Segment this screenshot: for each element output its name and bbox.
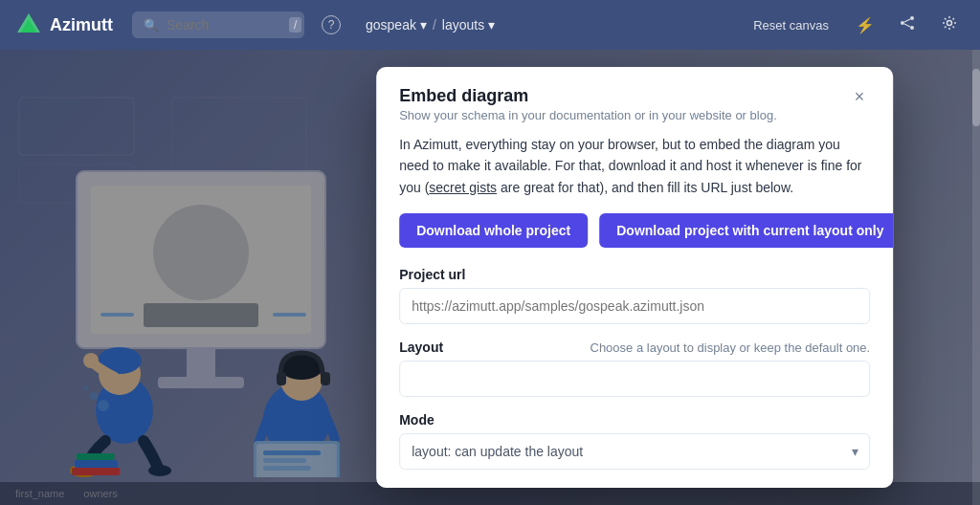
svg-point-7 [947,21,952,26]
modal-header: Embed diagram Show your schema in your d… [376,67,893,134]
search-input[interactable] [167,17,281,33]
modal-title-group: Embed diagram Show your schema in your d… [399,86,777,122]
layout-dropdown[interactable]: layouts ▾ [442,17,495,33]
layout-chevron-icon: ▾ [488,17,495,33]
download-buttons: Download whole project Download project … [399,213,870,248]
layout-label: Layout [399,340,443,355]
settings-button[interactable] [934,10,965,40]
modal-body: In Azimutt, everything stay on your brow… [376,134,893,488]
help-button[interactable]: ? [316,10,346,40]
search-icon: 🔍 [144,18,159,33]
mode-select[interactable]: layout: can update the layout readonly: … [399,433,870,470]
breadcrumb: gospeak ▾ / layouts ▾ [366,17,495,33]
scrollbar[interactable] [972,50,980,505]
mode-label-row: Mode [399,412,870,428]
logo-text: Azimutt [50,15,113,35]
reset-canvas-button[interactable]: Reset canvas [744,12,838,38]
logo: Azimutt [15,11,113,38]
flash-icon: ⚡ [856,16,875,34]
layout-label-row: Layout Choose a layout to display or kee… [399,340,870,355]
settings-icon [942,15,957,34]
project-url-label-row: Project url [399,267,870,282]
search-box[interactable]: 🔍 / [132,11,304,38]
breadcrumb-separator: / [433,17,436,33]
description-text-2: are great for that), and then fill its U… [497,180,793,195]
share-icon [900,15,915,34]
layout-input[interactable] [399,361,870,397]
modal-description: In Azimutt, everything stay on your brow… [399,134,870,198]
reset-canvas-label: Reset canvas [753,18,829,33]
download-layout-only-button[interactable]: Download project with current layout onl… [599,213,893,248]
project-url-label: Project url [399,267,465,282]
close-button[interactable]: × [849,86,871,107]
layout-group: Layout Choose a layout to display or kee… [399,340,870,397]
slash-badge: / [289,17,301,33]
flash-button[interactable]: ⚡ [850,10,880,40]
share-button[interactable] [892,10,923,40]
project-url-group: Project url [399,267,870,324]
svg-point-4 [910,26,914,30]
svg-line-6 [904,24,910,27]
secret-gists-link[interactable]: secret gists [429,180,497,195]
svg-point-3 [901,21,904,25]
azimutt-logo-icon [15,11,42,38]
modal-subtitle: Show your schema in your documentation o… [399,108,777,122]
navbar: Azimutt 🔍 / ? gospeak ▾ / layouts ▾ Rese… [0,0,980,50]
project-dropdown[interactable]: gospeak ▾ [366,17,427,33]
help-icon: ? [322,15,341,34]
layout-hint: Choose a layout to display or keep the d… [590,340,870,355]
mode-label: Mode [399,412,434,428]
project-url-input[interactable] [399,288,870,324]
mode-group: Mode layout: can update the layout reado… [399,412,870,470]
scrollbar-thumb[interactable] [972,69,980,126]
project-name: gospeak [366,17,416,33]
mode-select-wrapper: layout: can update the layout readonly: … [399,433,870,470]
main-area: Embed diagram Show your schema in your d… [0,50,980,505]
svg-line-5 [904,19,910,22]
project-chevron-icon: ▾ [420,17,427,33]
modal-title: Embed diagram [399,86,777,106]
embed-dialog: Embed diagram Show your schema in your d… [376,67,893,488]
layout-name: layouts [442,17,484,33]
svg-point-2 [910,16,914,20]
download-whole-project-button[interactable]: Download whole project [399,213,588,248]
